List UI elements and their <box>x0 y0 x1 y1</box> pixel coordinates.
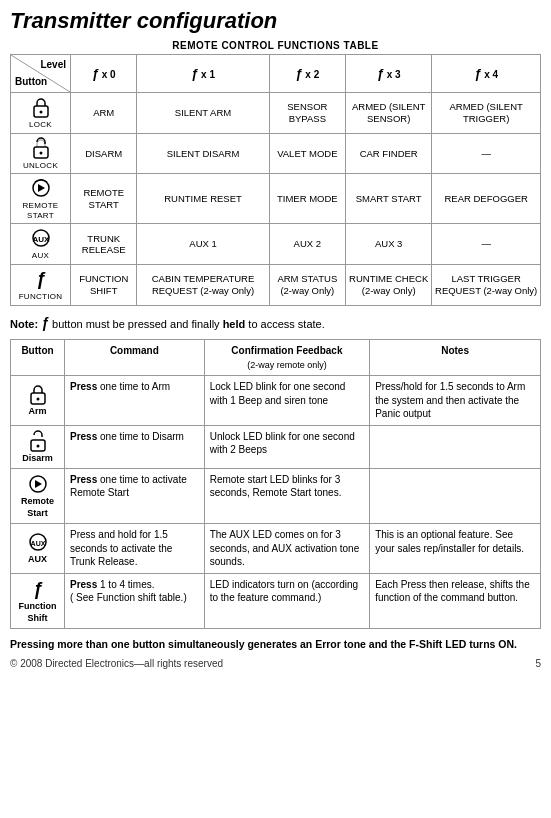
table-row: ƒ FunctionShift Press 1 to 4 times.( See… <box>11 573 541 628</box>
cmd-notes-rs <box>370 468 541 523</box>
page-number: 5 <box>535 658 541 669</box>
remote-start-icon <box>30 177 52 199</box>
col-header-0: ƒ x 0 <box>71 55 137 93</box>
note-prefix: Note: <box>10 318 41 330</box>
cell-rs-2: TIMER MODE <box>269 174 345 224</box>
svg-text:ƒ: ƒ <box>35 269 45 289</box>
rc-table-title: REMOTE CONTROL FUNCTIONS TABLE <box>10 40 541 51</box>
cmd-icon-remote-start: RemoteStart <box>11 468 65 523</box>
aux-icon: AUX <box>30 227 52 249</box>
icon-cell-aux: AUX AUX <box>11 224 71 265</box>
table-row: ƒ FUNCTION FUNCTION SHIFT CABIN TEMPERAT… <box>11 264 541 305</box>
cmd-feedback-rs: Remote start LED blinks for 3 seconds, R… <box>204 468 369 523</box>
svg-text:ƒ: ƒ <box>32 579 42 599</box>
svg-point-12 <box>36 444 39 447</box>
note-suffix: to access state. <box>248 318 324 330</box>
arm-lock-icon <box>27 383 49 405</box>
cell-aux-2: AUX 2 <box>269 224 345 265</box>
remote-start-cmd-icon <box>27 473 49 495</box>
disarm-label: Disarm <box>22 452 53 464</box>
aux-cmd-label: AUX <box>28 553 47 565</box>
aux-cmd-icon: AUX <box>27 531 49 553</box>
icon-cell-lock: LOCK <box>11 93 71 134</box>
cell-unlock-1: SILENT DISARM <box>137 133 269 174</box>
corner-header: Level Button <box>11 55 71 93</box>
col-header-1: ƒ x 1 <box>137 55 269 93</box>
col-header-4: ƒ x 4 <box>432 55 541 93</box>
cell-lock-1: SILENT ARM <box>137 93 269 134</box>
svg-point-4 <box>39 151 42 154</box>
cmd-col-command: Command <box>65 340 205 376</box>
cell-rs-0: REMOTE START <box>71 174 137 224</box>
cmd-notes-fn: Each Press then release, shifts the func… <box>370 573 541 628</box>
cmd-command-rs: Press one time to activate Remote Start <box>65 468 205 523</box>
note-held-bold: held <box>223 318 246 330</box>
icon-cell-unlock: UNLOCK <box>11 133 71 174</box>
cmd-icon-disarm: Disarm <box>11 425 65 468</box>
icon-cell-remote-start: REMOTE START <box>11 174 71 224</box>
col-header-2: ƒ x 2 <box>269 55 345 93</box>
note-section: Note: ƒ button must be pressed and final… <box>10 314 541 334</box>
cell-aux-4: — <box>432 224 541 265</box>
cmd-icon-function-shift: ƒ FunctionShift <box>11 573 65 628</box>
cell-rs-3: SMART START <box>346 174 432 224</box>
cell-lock-4: ARMED (SILENT TRIGGER) <box>432 93 541 134</box>
function-icon: ƒ <box>30 268 52 290</box>
table-row: LOCK ARM SILENT ARM SENSOR BYPASS ARMED … <box>11 93 541 134</box>
lock-icon <box>30 96 52 118</box>
cmd-notes-disarm <box>370 425 541 468</box>
table-row: RemoteStart Press one time to activate R… <box>11 468 541 523</box>
cmd-command-aux: Press and hold for 1.5 seconds to activa… <box>65 524 205 574</box>
cmd-notes-aux: This is an optional feature. See your sa… <box>370 524 541 574</box>
cell-unlock-0: DISARM <box>71 133 137 174</box>
page-title: Transmitter configuration <box>10 8 541 34</box>
remote-control-table: Level Button ƒ x 0 ƒ x 1 ƒ x 2 ƒ x 3 ƒ x… <box>10 54 541 306</box>
cmd-feedback-arm: Lock LED blink for one second with 1 Bee… <box>204 376 369 426</box>
table-row: Disarm Press one time to Disarm Unlock L… <box>11 425 541 468</box>
arm-label: Arm <box>28 405 46 417</box>
cmd-feedback-disarm: Unlock LED blink for one second with 2 B… <box>204 425 369 468</box>
page-footer: © 2008 Directed Electronics—all rights r… <box>10 658 541 669</box>
note-text: button must be pressed and finally <box>52 318 223 330</box>
cell-lock-0: ARM <box>71 93 137 134</box>
aux-label: AUX <box>32 251 49 261</box>
cell-fn-1: CABIN TEMPERATURE REQUEST (2-way Only) <box>137 264 269 305</box>
cmd-feedback-aux: The AUX LED comes on for 3 seconds, and … <box>204 524 369 574</box>
cmd-col-button: Button <box>11 340 65 376</box>
cell-aux-3: AUX 3 <box>346 224 432 265</box>
level-label: Level <box>40 59 66 71</box>
svg-text:AUX: AUX <box>30 540 45 547</box>
cmd-feedback-fn: LED indicators turn on (according to the… <box>204 573 369 628</box>
remote-start-label: REMOTE START <box>13 201 68 220</box>
cmd-col-feedback: Confirmation Feedback(2-way remote only) <box>204 340 369 376</box>
lock-label: LOCK <box>29 120 52 130</box>
cell-aux-0: TRUNK RELEASE <box>71 224 137 265</box>
cmd-command-disarm: Press one time to Disarm <box>65 425 205 468</box>
cell-fn-3: RUNTIME CHECK (2-way Only) <box>346 264 432 305</box>
unlock-icon <box>30 137 52 159</box>
cmd-col-notes: Notes <box>370 340 541 376</box>
cmd-icon-aux: AUX AUX <box>11 524 65 574</box>
table-row: Arm Press one time to Arm Lock LED blink… <box>11 376 541 426</box>
cell-lock-3: ARMED (SILENT SENSOR) <box>346 93 432 134</box>
footer-note: Pressing more than one button simultaneo… <box>10 637 541 652</box>
function-shift-cmd-label: FunctionShift <box>19 600 57 624</box>
function-label: FUNCTION <box>19 292 63 302</box>
cell-fn-0: FUNCTION SHIFT <box>71 264 137 305</box>
cmd-notes-arm: Press/hold for 1.5 seconds to Arm the sy… <box>370 376 541 426</box>
table-row: REMOTE START REMOTE START RUNTIME RESET … <box>11 174 541 224</box>
cell-rs-4: REAR DEFOGGER <box>432 174 541 224</box>
remote-start-cmd-label: RemoteStart <box>21 495 54 519</box>
cell-lock-2: SENSOR BYPASS <box>269 93 345 134</box>
svg-point-2 <box>39 111 42 114</box>
cell-fn-2: ARM STATUS (2-way Only) <box>269 264 345 305</box>
col-header-3: ƒ x 3 <box>346 55 432 93</box>
unlock-label: UNLOCK <box>23 161 58 171</box>
copyright: © 2008 Directed Electronics—all rights r… <box>10 658 223 669</box>
cmd-icon-arm: Arm <box>11 376 65 426</box>
svg-point-10 <box>36 398 39 401</box>
cell-rs-1: RUNTIME RESET <box>137 174 269 224</box>
cell-unlock-2: VALET MODE <box>269 133 345 174</box>
table-row: AUX AUX TRUNK RELEASE AUX 1 AUX 2 AUX 3 … <box>11 224 541 265</box>
note-fx-icon: ƒ <box>41 315 49 331</box>
